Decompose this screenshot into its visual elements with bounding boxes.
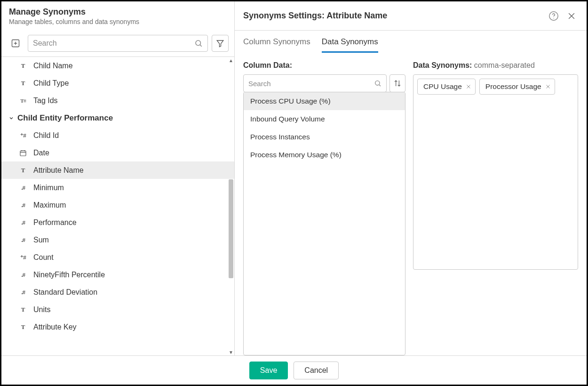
column-data-list: Process CPU Usage (%)Inbound Query Volum… — [243, 92, 405, 355]
close-button[interactable] — [565, 9, 578, 23]
scroll-down-icon[interactable]: ▼ — [228, 349, 234, 355]
tag-type-icon — [18, 96, 28, 105]
svg-point-3 — [196, 40, 201, 46]
decimal-type-icon — [18, 201, 28, 209]
add-button[interactable] — [7, 35, 24, 52]
column-data-item[interactable]: Process CPU Usage (%) — [244, 92, 405, 110]
tree-item-label: Count — [33, 253, 54, 262]
tree-item[interactable]: Child Type — [1, 74, 234, 92]
tree-item[interactable]: Minimum — [1, 179, 234, 196]
tree-item[interactable]: NinetyFifth Percentile — [1, 266, 234, 283]
tab-data-synonyms[interactable]: Data Synonyms — [322, 37, 378, 53]
svg-point-14 — [375, 81, 380, 85]
scroll-thumb[interactable] — [229, 179, 233, 278]
tree-item[interactable]: Child Id — [1, 127, 234, 144]
synonym-chip-label: Processor Usage — [485, 82, 541, 91]
chip-remove-button[interactable] — [545, 84, 551, 89]
tree-item-label: NinetyFifth Percentile — [33, 271, 105, 279]
column-data-label: Column Data: — [243, 61, 405, 70]
tree-search-input[interactable] — [33, 39, 191, 48]
sort-button[interactable] — [389, 74, 405, 92]
tree-item[interactable]: Tag Ids — [1, 92, 234, 109]
tree-item-label: Units — [33, 306, 50, 314]
filter-icon — [216, 39, 224, 48]
tree-item[interactable]: Maximum — [1, 196, 234, 214]
calendar-icon — [18, 149, 28, 157]
tree-search[interactable] — [28, 35, 208, 52]
text-type-icon — [18, 62, 28, 70]
tree-item[interactable]: Standard Deviation — [1, 283, 234, 301]
data-synonyms-label: Data Synonyms: comma-separated — [413, 61, 578, 70]
tree-item-label: Minimum — [33, 184, 64, 192]
tree-item[interactable]: Child Name — [1, 57, 234, 74]
tree-item-label: Performance — [33, 218, 77, 227]
column-data-search[interactable] — [243, 74, 387, 92]
close-icon — [545, 84, 551, 89]
text-type-icon — [18, 79, 28, 88]
tree-item-label: Attribute Key — [33, 323, 77, 331]
svg-rect-6 — [20, 151, 26, 156]
id-number-type-icon — [18, 131, 28, 140]
scroll-up-icon[interactable]: ▲ — [228, 57, 234, 64]
tree-item[interactable]: Attribute Name — [1, 161, 234, 179]
id-number-type-icon — [18, 253, 28, 262]
column-data-item[interactable]: Inbound Query Volume — [244, 110, 405, 128]
settings-title: Synonyms Settings: Attribute Name — [243, 11, 542, 21]
chip-remove-button[interactable] — [466, 84, 471, 89]
decimal-type-icon — [18, 271, 28, 279]
left-pane: Manage Synonyms Manage tables, columns a… — [1, 1, 235, 355]
tree-item[interactable]: Count — [1, 249, 234, 266]
search-icon — [374, 80, 381, 87]
svg-point-11 — [553, 17, 554, 18]
chevron-down-icon — [8, 115, 15, 121]
decimal-type-icon — [18, 184, 28, 192]
tree-item-label: Sum — [33, 236, 49, 244]
plus-icon — [11, 39, 20, 48]
sort-icon — [394, 80, 401, 87]
close-icon — [567, 11, 576, 21]
tree-item-label: Child Id — [33, 131, 59, 140]
page-subtitle: Manage tables, columns and data synonyms — [9, 18, 227, 25]
tree-group[interactable]: Child Entity Performance — [1, 109, 234, 127]
tab-column-synonyms[interactable]: Column Synonyms — [243, 37, 310, 53]
tree-item-label: Child Type — [33, 79, 69, 88]
text-type-icon — [18, 306, 28, 314]
tree-group-label: Child Entity Performance — [17, 113, 113, 123]
tree-item-label: Child Name — [33, 62, 73, 70]
text-type-icon — [18, 323, 28, 331]
svg-marker-5 — [217, 40, 223, 47]
save-button[interactable]: Save — [249, 362, 288, 379]
footer: Save Cancel — [1, 355, 587, 385]
tree-item-label: Tag Ids — [33, 96, 58, 105]
column-data-item[interactable]: Process Memory Usage (%) — [244, 146, 405, 164]
synonym-chip: Processor Usage — [479, 79, 555, 95]
help-icon — [548, 11, 559, 21]
tree-item[interactable]: Sum — [1, 231, 234, 249]
svg-line-15 — [379, 85, 381, 86]
synonym-chip: CPU Usage — [417, 79, 476, 95]
tree-item[interactable]: Units — [1, 301, 234, 318]
synonyms-box[interactable]: CPU UsageProcessor Usage — [413, 74, 578, 270]
tree-scrollbar[interactable]: ▲ ▼ — [228, 57, 234, 355]
close-icon — [466, 84, 471, 89]
help-button[interactable] — [547, 9, 560, 23]
column-data-search-input[interactable] — [248, 80, 371, 88]
synonym-chip-label: CPU Usage — [423, 82, 462, 91]
text-type-icon — [18, 166, 28, 175]
svg-line-4 — [200, 45, 201, 46]
tree-item[interactable]: Performance — [1, 214, 234, 231]
tree-item-label: Attribute Name — [33, 166, 84, 175]
column-data-item[interactable]: Process Instances — [244, 128, 405, 146]
tree-item-label: Standard Deviation — [33, 288, 97, 297]
tree-item[interactable]: Attribute Key — [1, 318, 234, 336]
page-title: Manage Synonyms — [9, 7, 227, 17]
tree-item-label: Date — [33, 149, 49, 157]
cancel-button[interactable]: Cancel — [294, 362, 339, 379]
filter-button[interactable] — [212, 35, 229, 52]
tree-item-label: Maximum — [33, 201, 66, 209]
decimal-type-icon — [18, 218, 28, 227]
tree-item[interactable]: Date — [1, 144, 234, 161]
right-pane: Synonyms Settings: Attribute Name Column… — [235, 1, 587, 355]
tree: Child NameChild TypeTag IdsChild Entity … — [1, 57, 234, 355]
decimal-type-icon — [18, 236, 28, 244]
